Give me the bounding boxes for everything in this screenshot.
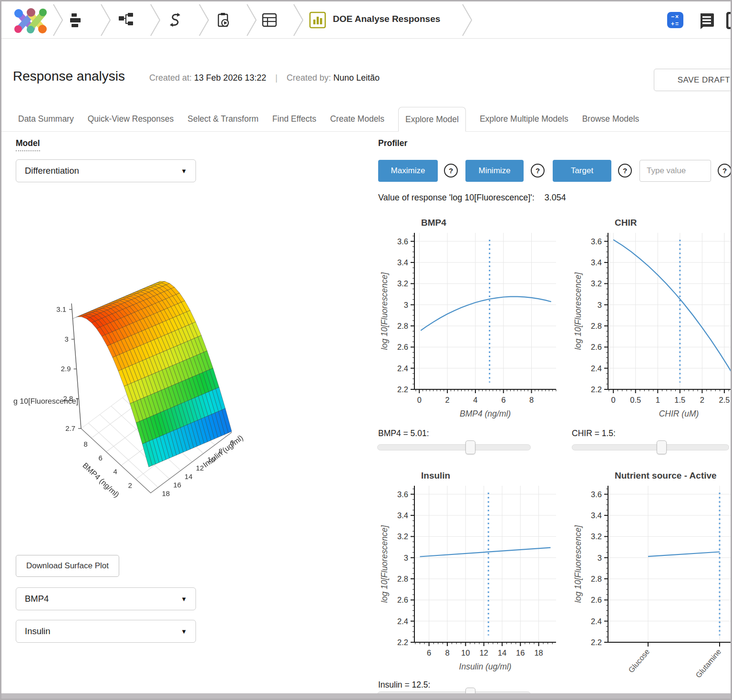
svg-text:2.8: 2.8 xyxy=(591,575,602,583)
surface-y-select[interactable]: Insulin ▼ xyxy=(16,620,196,643)
notes-icon[interactable] xyxy=(698,12,715,30)
svg-text:6: 6 xyxy=(501,396,505,404)
svg-text:Glucose: Glucose xyxy=(627,648,651,674)
help-icon[interactable]: ? xyxy=(618,164,632,178)
svg-text:2.6: 2.6 xyxy=(591,596,602,604)
created-by-value: Nuno Leitão xyxy=(333,73,380,83)
slider-thumb[interactable] xyxy=(657,440,667,454)
page-title: Response analysis xyxy=(13,69,125,84)
svg-text:CHIR (uM): CHIR (uM) xyxy=(659,409,699,418)
svg-text:3.6: 3.6 xyxy=(591,490,602,499)
pipeline-icon[interactable] xyxy=(167,12,183,29)
created-at-label: Created at: xyxy=(149,73,192,83)
svg-text:2.4: 2.4 xyxy=(591,364,602,373)
help-icon[interactable]: ? xyxy=(531,164,545,178)
svg-text:8: 8 xyxy=(529,396,534,404)
minimize-button[interactable]: Minimize xyxy=(465,160,524,182)
svg-text:3: 3 xyxy=(404,554,408,562)
svg-text:Glutamine: Glutamine xyxy=(694,648,722,679)
svg-text:2.8: 2.8 xyxy=(591,322,602,330)
svg-text:2.6: 2.6 xyxy=(591,343,602,351)
factor-slider[interactable] xyxy=(377,444,531,450)
profile-chart-insulin: 2.22.42.62.833.23.43.6681012141618Insuli… xyxy=(378,466,564,700)
surface-x-select[interactable]: BMP4 ▼ xyxy=(16,587,196,610)
svg-text:2.5: 2.5 xyxy=(719,396,730,404)
workflow-summary-icon[interactable] xyxy=(68,12,84,29)
svg-text:2.8: 2.8 xyxy=(397,322,408,330)
tab-find-effects[interactable]: Find Effects xyxy=(272,107,316,132)
svg-text:2.6: 2.6 xyxy=(397,343,408,351)
surface-plot xyxy=(1,266,364,550)
svg-text:3.2: 3.2 xyxy=(397,279,408,288)
factor-slider[interactable] xyxy=(572,444,729,450)
svg-text:2: 2 xyxy=(700,396,704,404)
tab-quick-view-responses[interactable]: Quick-View Responses xyxy=(88,107,174,132)
page-meta: Created at: 13 Feb 2026 13:22 | Created … xyxy=(149,73,380,83)
svg-text:3.6: 3.6 xyxy=(397,490,408,499)
clipped-icon[interactable] xyxy=(726,12,732,29)
svg-text:3: 3 xyxy=(598,554,602,562)
surface-x-select-value: BMP4 xyxy=(25,594,49,604)
hierarchy-icon[interactable] xyxy=(118,12,134,29)
svg-text:4: 4 xyxy=(473,396,477,404)
svg-text:18: 18 xyxy=(534,648,543,657)
slider-label: CHIR = 1.5: xyxy=(572,428,616,439)
surface-plot-canvas[interactable] xyxy=(1,266,364,550)
created-at-value: 13 Feb 2026 13:22 xyxy=(194,73,266,83)
svg-text:8: 8 xyxy=(445,648,449,657)
maximize-button[interactable]: Maximize xyxy=(378,160,438,182)
tab-create-models[interactable]: Create Models xyxy=(330,107,384,132)
svg-text:log 10[Fluorescence]: log 10[Fluorescence] xyxy=(380,525,389,603)
response-value-label: Value of response 'log 10[Fluorescence]'… xyxy=(378,193,535,202)
created-by-label: Created by: xyxy=(287,73,331,83)
svg-text:2: 2 xyxy=(445,396,450,404)
svg-text:log 10[Fluorescence]: log 10[Fluorescence] xyxy=(573,525,583,603)
breadcrumb-separator-icon xyxy=(246,3,258,37)
svg-text:3.4: 3.4 xyxy=(397,258,408,267)
app-window: DOE Analyse Responses −×+= Response anal… xyxy=(0,0,732,700)
svg-text:CHIR: CHIR xyxy=(615,218,637,228)
svg-text:3.2: 3.2 xyxy=(591,532,602,541)
tab-browse-models[interactable]: Browse Models xyxy=(582,107,639,132)
synthace-logo[interactable] xyxy=(8,7,48,34)
svg-text:3.2: 3.2 xyxy=(591,279,602,288)
data-table-icon[interactable] xyxy=(261,12,278,29)
slider-label: Insulin = 12.5: xyxy=(378,680,430,690)
help-icon[interactable]: ? xyxy=(718,164,732,178)
download-surface-plot-button[interactable]: Download Surface Plot xyxy=(16,555,119,577)
svg-text:3.6: 3.6 xyxy=(397,237,408,246)
type-value-input[interactable] xyxy=(639,160,711,182)
slider-thumb[interactable] xyxy=(465,440,475,454)
tab-select-transform[interactable]: Select & Transform xyxy=(187,107,258,132)
help-icon[interactable]: ? xyxy=(444,164,458,178)
response-value-line: Value of response 'log 10[Fluorescence]'… xyxy=(378,193,566,203)
tab-explore-model[interactable]: Explore Model xyxy=(398,107,466,132)
svg-text:2.2: 2.2 xyxy=(397,638,408,647)
svg-text:Nutrient source - Active: Nutrient source - Active xyxy=(615,470,717,481)
breadcrumb-active-label[interactable]: DOE Analyse Responses xyxy=(333,14,440,24)
svg-text:3.4: 3.4 xyxy=(591,511,602,520)
breadcrumb-separator-icon xyxy=(292,3,305,37)
svg-text:6: 6 xyxy=(427,648,431,657)
svg-text:3: 3 xyxy=(404,301,408,309)
tab-explore-multiple-models[interactable]: Explore Multiple Models xyxy=(480,107,568,132)
svg-text:12: 12 xyxy=(479,648,488,657)
horizontal-scrollbar[interactable] xyxy=(1,693,731,699)
svg-text:log 10[Fluorescence]: log 10[Fluorescence] xyxy=(573,272,583,350)
slider-label: BMP4 = 5.01: xyxy=(378,428,429,439)
save-draft-button[interactable]: SAVE DRAFT xyxy=(654,69,732,91)
chevron-down-icon: ▼ xyxy=(181,167,187,175)
target-button[interactable]: Target xyxy=(553,160,611,182)
svg-text:2.4: 2.4 xyxy=(397,617,408,626)
svg-text:0.5: 0.5 xyxy=(630,396,641,404)
svg-text:log 10[Fluorescence]: log 10[Fluorescence] xyxy=(380,272,389,350)
model-select[interactable]: Differentiation ▼ xyxy=(16,159,196,182)
svg-text:2.2: 2.2 xyxy=(397,385,408,394)
svg-text:3.4: 3.4 xyxy=(591,258,602,267)
scheduled-run-icon[interactable] xyxy=(216,12,232,29)
calculator-icon[interactable]: −×+= xyxy=(667,12,683,28)
svg-text:0: 0 xyxy=(611,396,616,404)
analysis-chart-icon[interactable] xyxy=(309,11,326,29)
tab-data-summary[interactable]: Data Summary xyxy=(18,107,74,132)
svg-text:3.2: 3.2 xyxy=(397,532,408,541)
